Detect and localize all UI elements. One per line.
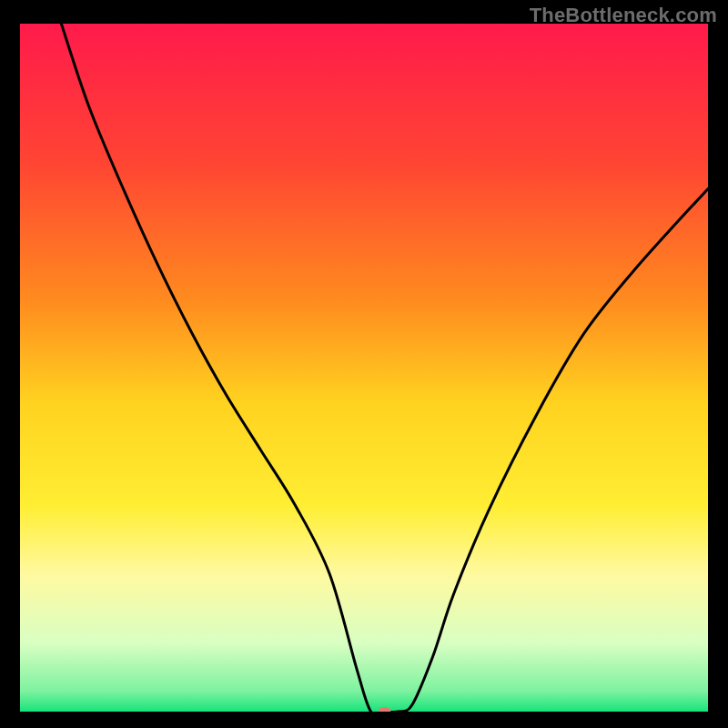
gradient-background (20, 24, 708, 712)
bottleneck-chart (20, 24, 708, 712)
chart-stage: TheBottleneck.com (0, 0, 728, 728)
watermark-text: TheBottleneck.com (530, 4, 717, 27)
plot-area (20, 24, 708, 712)
